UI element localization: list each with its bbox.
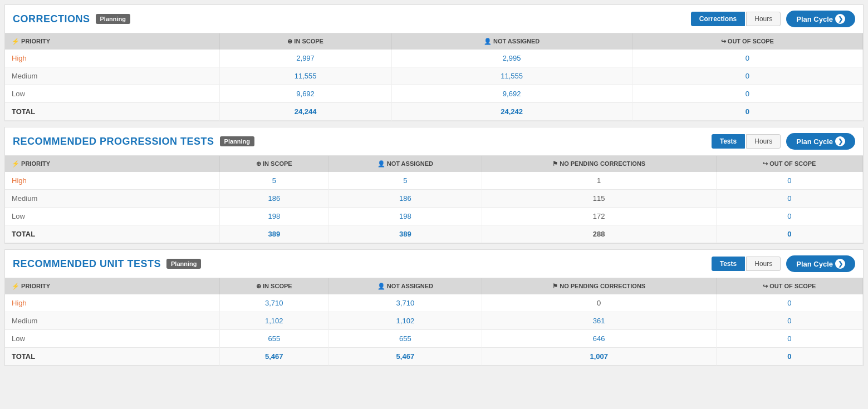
- cell-in-scope: 1,102: [219, 312, 328, 330]
- cell-not-assigned: 11,555: [391, 67, 632, 85]
- priority-icon: ⚡: [12, 160, 19, 167]
- col-header-3: ⚑ NO PENDING CORRECTIONS: [482, 278, 716, 294]
- cell-out-of-scope: 0: [716, 225, 862, 243]
- col-icon-3: ↪: [721, 38, 726, 45]
- planning-badge-corrections: Planning: [96, 14, 130, 24]
- table-row: High5510: [5, 172, 863, 190]
- col-header-2: 👤 NOT ASSIGNED: [329, 278, 482, 294]
- cell-priority: Medium: [5, 190, 219, 208]
- plan-cycle-arrow-icon: ❯: [835, 136, 845, 146]
- cell-not-assigned: 655: [329, 330, 482, 348]
- col-icon-4: ↪: [763, 160, 768, 167]
- toggle-right-unit-tests[interactable]: Hours: [746, 257, 781, 271]
- table-row: Low9,6929,6920: [5, 85, 863, 103]
- table-corrections: ⚡ PRIORITY⊕ IN SCOPE👤 NOT ASSIGNED↪ OUT …: [5, 33, 863, 121]
- col-header-1: ⊕ IN SCOPE: [219, 33, 391, 50]
- cell-out-of-scope: 0: [632, 67, 862, 85]
- cell-out-of-scope: 0: [632, 50, 862, 67]
- col-header-2: 👤 NOT ASSIGNED: [391, 33, 632, 50]
- col-header-0: ⚡ PRIORITY: [5, 278, 219, 294]
- cell-in-scope: 24,244: [219, 103, 391, 121]
- plan-cycle-btn-progression-tests[interactable]: Plan Cycle❯: [786, 133, 855, 150]
- cell-priority: Low: [5, 330, 219, 348]
- table-row: High3,7103,71000: [5, 294, 863, 312]
- cell-priority: Low: [5, 208, 219, 225]
- plan-cycle-btn-unit-tests[interactable]: Plan Cycle❯: [786, 255, 855, 272]
- table-row: High2,9972,9950: [5, 50, 863, 67]
- col-icon-3: ⚑: [552, 283, 558, 289]
- planning-badge-progression-tests: Planning: [220, 136, 254, 146]
- toggle-left-corrections[interactable]: Corrections: [691, 12, 745, 26]
- table-progression-tests: ⚡ PRIORITY⊕ IN SCOPE👤 NOT ASSIGNED⚑ NO P…: [5, 156, 863, 243]
- cell-priority: Low: [5, 85, 219, 103]
- btn-group-corrections: CorrectionsHoursPlan Cycle❯: [691, 11, 855, 27]
- table-row: Low1981981720: [5, 208, 863, 225]
- cell-no-pending: 288: [482, 225, 716, 243]
- cell-not-assigned: 198: [329, 208, 482, 225]
- table-row: Medium1861861150: [5, 190, 863, 208]
- priority-icon: ⚡: [12, 38, 19, 45]
- plan-cycle-btn-corrections[interactable]: Plan Cycle❯: [786, 11, 855, 27]
- cell-no-pending: 646: [482, 330, 716, 348]
- toggle-left-progression-tests[interactable]: Tests: [712, 134, 745, 149]
- section-header-progression-tests: RECOMMENDED PROGRESSION TESTSPlanningTes…: [5, 127, 863, 156]
- cell-not-assigned: 186: [329, 190, 482, 208]
- cell-no-pending: 1: [482, 172, 716, 190]
- cell-in-scope: 11,555: [219, 67, 391, 85]
- cell-out-of-scope: 0: [632, 85, 862, 103]
- toggle-right-progression-tests[interactable]: Hours: [746, 134, 781, 149]
- cell-out-of-scope: 0: [716, 330, 862, 348]
- planning-badge-unit-tests: Planning: [166, 259, 201, 269]
- cell-in-scope: 9,692: [219, 85, 391, 103]
- toggle-right-corrections[interactable]: Hours: [746, 12, 781, 26]
- col-icon-4: ↪: [763, 283, 768, 289]
- cell-not-assigned: 24,242: [391, 103, 632, 121]
- cell-not-assigned: 5,467: [329, 348, 482, 366]
- toggle-left-unit-tests[interactable]: Tests: [712, 257, 745, 271]
- section-title-unit-tests: RECOMMENDED UNIT TESTS: [13, 258, 161, 270]
- col-header-0: ⚡ PRIORITY: [5, 33, 219, 50]
- cell-in-scope: 186: [219, 190, 328, 208]
- cell-out-of-scope: 0: [716, 208, 862, 225]
- cell-no-pending: 1,007: [482, 348, 716, 366]
- section-progression-tests: RECOMMENDED PROGRESSION TESTSPlanningTes…: [4, 127, 864, 244]
- cell-in-scope: 389: [219, 225, 328, 243]
- table-row: TOTAL3893892880: [5, 225, 863, 243]
- plan-cycle-label: Plan Cycle: [796, 137, 833, 146]
- table-row: Low6556556460: [5, 330, 863, 348]
- plan-cycle-arrow-icon: ❯: [835, 14, 845, 24]
- btn-group-progression-tests: TestsHoursPlan Cycle❯: [712, 133, 855, 150]
- col-icon-2: 👤: [484, 38, 492, 45]
- cell-priority: Medium: [5, 312, 219, 330]
- col-header-0: ⚡ PRIORITY: [5, 156, 219, 172]
- cell-priority: High: [5, 50, 219, 67]
- cell-out-of-scope: 0: [716, 172, 862, 190]
- cell-not-assigned: 3,710: [329, 294, 482, 312]
- cell-not-assigned: 389: [329, 225, 482, 243]
- col-header-1: ⊕ IN SCOPE: [219, 156, 328, 172]
- section-corrections: CORRECTIONSPlanningCorrectionsHoursPlan …: [4, 4, 864, 121]
- cell-no-pending: 172: [482, 208, 716, 225]
- cell-out-of-scope: 0: [716, 294, 862, 312]
- section-title-corrections: CORRECTIONS: [13, 13, 90, 25]
- cell-in-scope: 198: [219, 208, 328, 225]
- table-row: Medium1,1021,1023610: [5, 312, 863, 330]
- cell-in-scope: 5: [219, 172, 328, 190]
- cell-no-pending: 0: [482, 294, 716, 312]
- cell-priority: TOTAL: [5, 225, 219, 243]
- cell-out-of-scope: 0: [716, 190, 862, 208]
- col-icon-1: ⊕: [287, 38, 292, 45]
- cell-not-assigned: 5: [329, 172, 482, 190]
- table-row: Medium11,55511,5550: [5, 67, 863, 85]
- cell-not-assigned: 1,102: [329, 312, 482, 330]
- cell-in-scope: 2,997: [219, 50, 391, 67]
- cell-in-scope: 3,710: [219, 294, 328, 312]
- section-title-progression-tests: RECOMMENDED PROGRESSION TESTS: [13, 136, 214, 147]
- col-icon-1: ⊕: [256, 160, 261, 167]
- cell-out-of-scope: 0: [632, 103, 862, 121]
- col-icon-3: ⚑: [552, 160, 558, 167]
- col-header-4: ↪ OUT OF SCOPE: [716, 156, 862, 172]
- cell-out-of-scope: 0: [716, 312, 862, 330]
- col-header-4: ↪ OUT OF SCOPE: [716, 278, 862, 294]
- cell-out-of-scope: 0: [716, 348, 862, 366]
